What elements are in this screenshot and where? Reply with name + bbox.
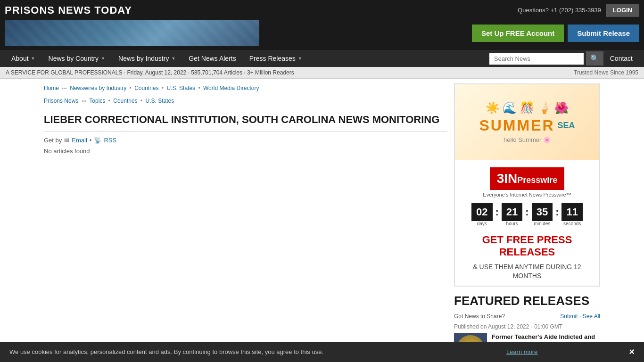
breadcrumb-newswires[interactable]: Newswires by Industry [70, 85, 126, 91]
breadcrumb-home[interactable]: Home [44, 85, 59, 91]
breadcrumb-countries2[interactable]: Countries [113, 98, 137, 104]
cookie-bar: We use cookies for analytics, personaliz… [0, 342, 644, 362]
nav-news-by-industry[interactable]: News by Industry ▼ [112, 50, 182, 67]
industry-arrow-icon: ▼ [171, 56, 175, 61]
service-bar: A SERVICE FOR GLOBAL PROFESSIONALS · Fri… [0, 67, 644, 79]
hours-label: hours [506, 221, 518, 226]
days-label: days [477, 221, 487, 226]
nav-bar: About ▼ News by Country ▼ News by Indust… [0, 50, 644, 67]
nav-about[interactable]: About ▼ [5, 50, 42, 67]
email-link[interactable]: Email [72, 137, 87, 144]
countdown: 02 days : 21 hours : 35 minutes : [455, 199, 599, 230]
main-container: Home ••• Newswires by Industry • Countri… [39, 79, 605, 362]
minutes-group: 35 minutes [532, 203, 553, 226]
submit-link[interactable]: Submit [560, 313, 578, 320]
release-date: Published on August 12, 2022 - 01:00 GMT [454, 323, 600, 330]
banner-area: Set Up FREE Account Submit Release [0, 20, 644, 50]
summer-text: SUMMER [479, 117, 554, 134]
learn-more-link[interactable]: Learn more [506, 348, 537, 355]
breadcrumb: Home ••• Newswires by Industry • Countri… [44, 83, 447, 94]
cookie-close-button[interactable]: × [629, 346, 635, 357]
country-arrow-icon: ▼ [101, 56, 105, 61]
breadcrumb-us-states[interactable]: U.S. States [166, 85, 195, 91]
use-anytime-text: & USE THEM ANYTIME DURING 12 MONTHS [455, 263, 599, 286]
no-articles-text: No articles found [44, 148, 447, 155]
summer-decoration: ☀️ 🌊 🎊 🍦 🌺 [486, 101, 569, 115]
days-group: 02 days [471, 203, 492, 226]
service-bar-text: A SERVICE FOR GLOBAL PROFESSIONALS · Fri… [6, 69, 294, 76]
hello-summer: hello Summer 🌸 [504, 136, 551, 143]
ein-logo-area: 3INPresswire Everyone's Internet News Pr… [455, 160, 599, 199]
sidebar: ☀️ 🌊 🎊 🍦 🌺 SUMMER SEA hello Summer 🌸 3IN… [454, 83, 600, 362]
colon-1: : [495, 206, 500, 224]
days-value: 02 [471, 203, 492, 221]
colon-2: : [524, 206, 529, 224]
minutes-value: 35 [532, 203, 553, 221]
breadcrumb-us-states2[interactable]: U.S. States [146, 98, 174, 104]
breadcrumb-prisons-news[interactable]: Prisons News [44, 98, 78, 104]
rss-link[interactable]: RSS [104, 137, 116, 144]
page-title: LIEBER CORRECTIONAL INSTITUTION, SOUTH C… [44, 113, 447, 127]
seconds-value: 11 [561, 203, 582, 221]
hours-group: 21 hours [502, 203, 522, 226]
breadcrumb-2: Prisons News ••• Topics • Countries • U.… [44, 96, 447, 107]
nav-search-area: 🔍 [489, 51, 603, 66]
rss-icon: 📡 [94, 137, 101, 144]
nav-news-by-country[interactable]: News by Country ▼ [42, 50, 112, 67]
search-input[interactable] [489, 53, 584, 65]
featured-meta: Got News to Share? Submit · See All [454, 313, 600, 320]
press-arrow-icon: ▼ [298, 56, 302, 61]
ad-box: ☀️ 🌊 🎊 🍦 🌺 SUMMER SEA hello Summer 🌸 3IN… [454, 83, 600, 287]
colon-3: : [554, 206, 560, 224]
content-area: Home ••• Newswires by Industry • Countri… [44, 83, 454, 362]
header-right: Questions? +1 (202) 335-3939 LOGIN [518, 4, 639, 16]
search-button[interactable]: 🔍 [586, 51, 603, 66]
hours-value: 21 [502, 203, 522, 221]
title-divider [44, 132, 447, 132]
header-buttons: Set Up FREE Account Submit Release [472, 25, 639, 42]
header-top: PRISONS NEWS TODAY Questions? +1 (202) 3… [0, 0, 644, 20]
nav-get-news-alerts[interactable]: Get News Alerts [182, 50, 242, 67]
submit-release-button[interactable]: Submit Release [568, 25, 639, 42]
free-account-button[interactable]: Set Up FREE Account [472, 25, 564, 42]
cookie-text: We use cookies for analytics, personaliz… [9, 348, 323, 355]
about-arrow-icon: ▼ [31, 56, 35, 61]
breadcrumb-world-media[interactable]: World Media Directory [203, 85, 259, 91]
banner-image [5, 20, 259, 46]
ein-subtitle: Everyone's Internet News Presswire™ [455, 190, 599, 199]
see-all-link[interactable]: See All [583, 313, 600, 320]
featured-title: FEATURED RELEASES [454, 294, 600, 308]
ad-summer-banner: ☀️ 🌊 🎊 🍦 🌺 SUMMER SEA hello Summer 🌸 [455, 84, 599, 160]
seconds-group: 11 seconds [561, 203, 582, 226]
get-by-label: Get by [44, 137, 62, 144]
breadcrumb-countries[interactable]: Countries [134, 85, 158, 91]
got-news-label: Got News to Share? [454, 313, 505, 320]
nav-contact[interactable]: Contact [603, 50, 639, 67]
trusted-text: Trusted News Since 1995 [574, 69, 638, 76]
ein-logo: 3INPresswire [490, 167, 565, 190]
login-button[interactable]: LOGIN [606, 4, 639, 16]
summer-sea: SEA [558, 121, 575, 131]
breadcrumb-topics[interactable]: Topics [89, 98, 105, 104]
seconds-label: seconds [563, 221, 581, 226]
nav-press-releases[interactable]: Press Releases ▼ [243, 50, 309, 67]
get-free-title: GET FREE PRESS RELEASES [455, 230, 599, 263]
get-by-section: Get by ✉ Email • 📡 RSS [44, 137, 447, 144]
minutes-label: minutes [534, 221, 550, 226]
phone-number: Questions? +1 (202) 335-3939 [518, 7, 601, 14]
site-title: PRISONS NEWS TODAY [5, 4, 132, 16]
